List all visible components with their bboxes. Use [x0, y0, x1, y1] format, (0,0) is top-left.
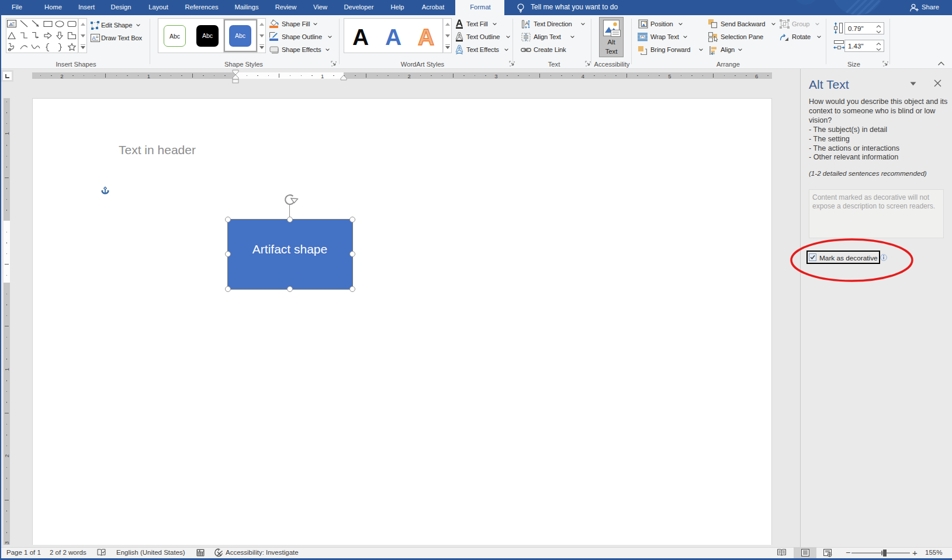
svg-text:A: A	[525, 20, 529, 26]
svg-text:A: A	[92, 35, 96, 41]
